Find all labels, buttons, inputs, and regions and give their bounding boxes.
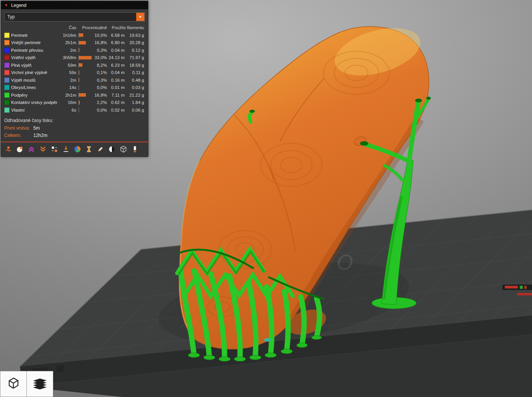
feature-color-swatch — [4, 33, 10, 38]
percent-bar-cell — [79, 55, 92, 60]
feature-length: 0.04 m — [107, 70, 125, 75]
feature-length: 7.11 m — [107, 93, 125, 97]
chevron-down-icon: ▼ — [136, 13, 144, 21]
feature-label: Plná výplň — [11, 63, 61, 68]
preview-view-button[interactable] — [27, 371, 53, 397]
feature-time: 59s — [61, 70, 76, 75]
legend-title: Legend — [11, 3, 26, 8]
feature-length: 6.80 m — [107, 40, 125, 45]
legend-row[interactable]: Perimetr převisu 2m 0,3% 0.04 m 0.12 g — [1, 46, 148, 54]
percent-bar — [79, 56, 92, 59]
feature-percent: 33,0% — [92, 55, 107, 60]
legend-row[interactable]: Vlastní 6s 0,0% 0.02 m 0.06 g — [1, 106, 148, 114]
legend-row[interactable]: Vrchní plné výplně 59s 0,1% 0.04 m 0.11 … — [1, 69, 148, 77]
percent-bar — [79, 33, 83, 37]
feature-label: Vnitřní výplň — [11, 55, 61, 60]
feature-color-swatch — [4, 55, 10, 60]
feature-time: 3h58m — [61, 55, 76, 60]
legend-row[interactable]: Kontaktní vrstvy podpěr 16m 2,2% 0.62 m … — [1, 99, 148, 107]
percent-bar-cell — [79, 92, 92, 97]
feature-percent: 0,3% — [92, 78, 107, 82]
view-mode-toggle — [0, 371, 53, 397]
feature-color-swatch — [4, 63, 10, 68]
percent-bar — [79, 93, 86, 97]
feature-percent: 16,8% — [92, 40, 107, 45]
legend-row[interactable]: Vnější perimetr 2h1m 16,8% 6.80 m 20.28 … — [1, 39, 148, 47]
percent-bar-cell — [79, 107, 92, 112]
layers-preview-icon — [29, 374, 51, 394]
estimate-label: Celkem: — [4, 133, 33, 138]
feature-color-swatch — [4, 92, 10, 98]
feature-label: Perimetr převisu — [11, 48, 61, 53]
percent-bar-cell — [79, 63, 92, 68]
estimate-value: 12h2m — [33, 133, 145, 138]
feature-color-swatch — [4, 70, 10, 75]
feature-label: Kontaktní vrstvy podpěr — [11, 100, 61, 105]
feature-weight: 19.63 g — [125, 33, 144, 38]
tool-marker-icon[interactable] — [131, 145, 139, 153]
legend-toolbar — [1, 142, 148, 156]
view-type-dropdown[interactable]: Typ ▼ — [4, 12, 145, 21]
legend-row[interactable]: Podpěry 2h1m 16,8% 7.11 m 21.22 g — [1, 91, 148, 99]
feature-color-swatch — [4, 107, 10, 113]
table-header: Čas Procentuálně Použito filamentu — [1, 24, 148, 31]
feature-label: Výplň mostů — [11, 78, 61, 82]
col-percent: Procentuálně — [76, 25, 107, 30]
shells-icon[interactable] — [108, 145, 116, 153]
editor-view-button[interactable] — [0, 371, 27, 397]
feature-label: Podpěry — [11, 93, 61, 97]
feature-label: Perimetr — [11, 33, 61, 38]
feature-length: 0.16 m — [107, 78, 125, 82]
percent-bar-cell — [79, 48, 92, 53]
feature-label: Obrys/Límec — [11, 85, 61, 90]
pause-prints-icon[interactable] — [85, 145, 93, 153]
legend-row[interactable]: Vnitřní výplň 3h58m 33,0% 24.13 m 71.97 … — [1, 54, 148, 62]
feature-length: 0.62 m — [107, 100, 125, 105]
feature-weight: 20.28 g — [125, 40, 144, 45]
feature-length: 0.02 m — [107, 108, 125, 112]
feature-time: 6s — [61, 108, 76, 112]
print-head-icon[interactable] — [4, 145, 13, 153]
retractions-icon[interactable] — [27, 145, 36, 153]
feature-weight: 18.59 g — [125, 63, 144, 68]
color-changes-icon[interactable] — [62, 145, 70, 153]
deretractions-icon[interactable] — [39, 145, 47, 153]
seams-icon[interactable] — [16, 145, 24, 153]
percent-bar — [79, 78, 79, 82]
feature-weight: 1.84 g — [125, 100, 144, 105]
percent-bar-cell — [79, 33, 92, 38]
feature-color-swatch — [4, 48, 10, 53]
col-time: Čas — [61, 25, 76, 30]
feature-length: 6.23 m — [107, 63, 125, 68]
estimate-row: První vrstva: 5m — [1, 125, 148, 132]
feature-color-swatch — [4, 40, 10, 45]
feature-weight: 0.48 g — [125, 78, 144, 82]
feature-length: 0.01 m — [107, 85, 125, 90]
feature-percent: 2,2% — [92, 100, 107, 105]
tool-changes-icon[interactable] — [50, 145, 59, 153]
legend-row[interactable]: Výplň mostů 2m 0,3% 0.16 m 0.48 g — [1, 76, 148, 84]
percent-bar — [79, 41, 86, 44]
feature-length: 0.04 m — [107, 48, 125, 53]
custom-gcode-icon[interactable] — [96, 145, 105, 153]
feature-percent: 0,0% — [92, 85, 107, 90]
cube-icon[interactable] — [119, 145, 128, 153]
col-filament: Použito filamentu — [107, 25, 144, 30]
feature-color-swatch — [4, 85, 10, 90]
percent-bar-cell — [79, 70, 92, 75]
legend-row[interactable]: Plná výplň 59m 8,2% 6.23 m 18.59 g — [1, 61, 148, 69]
feature-length: 24.13 m — [107, 55, 125, 60]
percent-bar-cell — [79, 100, 92, 105]
estimates-heading: Odhadované časy tisku: — [4, 118, 145, 123]
feature-percent: 0,3% — [92, 48, 107, 53]
feature-weight: 71.97 g — [125, 55, 144, 60]
feature-color-swatch — [4, 100, 10, 105]
feature-length: 6.58 m — [107, 33, 125, 38]
legend-header[interactable]: ▼ Legend — [1, 1, 148, 9]
legend-row[interactable]: Obrys/Límec 14s 0,0% 0.01 m 0.03 g — [1, 84, 148, 92]
percent-bar-cell — [79, 40, 92, 45]
feature-percent: 10,5% — [92, 33, 107, 38]
color-print-icon[interactable] — [73, 145, 82, 153]
legend-row[interactable]: Perimetr 1h16m 10,5% 6.58 m 19.63 g — [1, 31, 148, 39]
feature-time: 2h1m — [61, 40, 76, 45]
